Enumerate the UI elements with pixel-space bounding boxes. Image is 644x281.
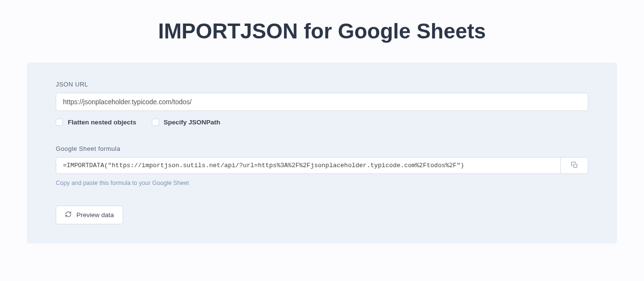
formula-label: Google Sheet formula xyxy=(56,145,588,152)
copy-icon xyxy=(571,161,578,170)
flatten-checkbox-label: Flatten nested objects xyxy=(68,119,136,126)
options-row: Flatten nested objects Specify JSONPath xyxy=(56,119,588,126)
jsonpath-checkbox-wrap[interactable]: Specify JSONPath xyxy=(152,119,221,126)
formula-row xyxy=(56,157,588,174)
page-title: IMPORTJSON for Google Sheets xyxy=(0,0,644,62)
preview-button[interactable]: Preview data xyxy=(56,206,123,224)
refresh-icon xyxy=(65,211,72,219)
jsonpath-checkbox-label: Specify JSONPath xyxy=(164,119,221,126)
flatten-checkbox[interactable] xyxy=(56,119,63,126)
svg-rect-0 xyxy=(573,164,577,167)
json-url-label: JSON URL xyxy=(56,81,588,88)
jsonpath-checkbox[interactable] xyxy=(152,119,159,126)
flatten-checkbox-wrap[interactable]: Flatten nested objects xyxy=(56,119,136,126)
form-card: JSON URL Flatten nested objects Specify … xyxy=(27,62,617,244)
formula-helper-text: Copy and paste this formula to your Goog… xyxy=(56,180,588,186)
json-url-input[interactable] xyxy=(56,93,588,111)
preview-button-label: Preview data xyxy=(76,211,114,219)
copy-button[interactable] xyxy=(560,157,588,174)
formula-input[interactable] xyxy=(56,157,560,174)
